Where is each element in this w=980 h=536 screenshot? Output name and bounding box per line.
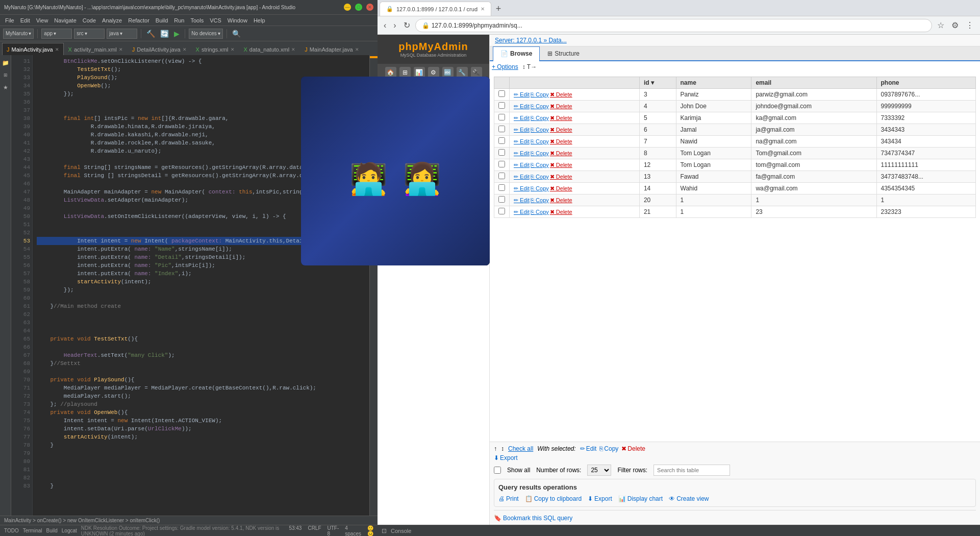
copy-selected-btn[interactable]: ⎘ Copy [599, 445, 618, 452]
delete-link[interactable]: ✖ Delete [550, 103, 572, 110]
run-btn[interactable]: ▶ [172, 29, 181, 39]
delete-link[interactable]: ✖ Delete [550, 162, 572, 168]
make-project-btn[interactable]: 🔨 [145, 29, 157, 39]
delete-link[interactable]: ✖ Delete [550, 91, 572, 98]
menu-navigate[interactable]: Navigate [51, 15, 79, 26]
extensions-icon[interactable]: ⚙ [949, 19, 961, 31]
menu-edit[interactable]: Edit [17, 15, 33, 26]
refresh-btn[interactable]: ↻ [401, 19, 412, 31]
menu-window[interactable]: Window [224, 15, 250, 26]
edit-link[interactable]: ✏ Edit [514, 150, 530, 157]
print-btn[interactable]: 🖨 Print [498, 495, 519, 502]
delete-link[interactable]: ✖ Delete [550, 127, 572, 133]
maximize-btn[interactable]: □ [355, 4, 362, 11]
col-id[interactable]: id ▾ [639, 77, 676, 89]
copy-link[interactable]: ⎘ Copy [531, 115, 549, 121]
menu-tools[interactable]: Tools [187, 15, 207, 26]
row-checkbox[interactable] [498, 149, 505, 156]
copy-link[interactable]: ⎘ Copy [531, 150, 549, 156]
col-phone[interactable]: phone [876, 77, 975, 89]
encoding[interactable]: UTF-8 [328, 525, 339, 537]
row-checkbox[interactable] [498, 173, 505, 179]
show-all-checkbox[interactable] [494, 467, 501, 474]
options-link[interactable]: + Options [492, 63, 518, 70]
edit-link[interactable]: ✏ Edit [514, 162, 530, 168]
edit-link[interactable]: ✏ Edit [514, 174, 530, 180]
create-view-btn[interactable]: 👁 Create view [669, 495, 709, 502]
project-icon[interactable]: 📁 [0, 57, 11, 68]
device-dropdown[interactable]: No devices ▾ [189, 29, 222, 39]
copy-clipboard-btn[interactable]: 📋 Copy to clipboard [525, 495, 582, 502]
delete-link[interactable]: ✖ Delete [550, 209, 572, 215]
browser-tab-active[interactable]: 🔒 127.0.0.1:8999 / 127.0.0.1 / crud ✕ [380, 2, 491, 16]
close-btn[interactable]: ✕ [366, 4, 373, 11]
address-bar[interactable]: 🔒 127.0.0.1:8999/phpmyadmin/sq... [415, 19, 932, 32]
edit-link[interactable]: ✏ Edit [514, 197, 530, 204]
menu-help[interactable]: Help [250, 15, 268, 26]
delete-link[interactable]: ✖ Delete [550, 138, 572, 145]
structure-icon[interactable]: ⊞ [0, 69, 11, 81]
tab-activity-main[interactable]: X activity_main.xml ✕ [64, 43, 128, 55]
copy-link[interactable]: ⎘ Copy [531, 209, 549, 215]
console-btn[interactable]: Console [391, 528, 411, 534]
copy-link[interactable]: ⎘ Copy [531, 91, 549, 98]
terminal-btn[interactable]: Terminal [23, 528, 42, 533]
breadcrumb-server[interactable]: Server: 127.0.0.1 » Data... [495, 37, 567, 44]
menu-code[interactable]: Code [80, 15, 99, 26]
module-dropdown[interactable]: app ▾ [41, 29, 72, 39]
row-checkbox[interactable] [498, 137, 505, 144]
close-tab-5-icon[interactable]: ✕ [291, 47, 295, 52]
delete-link[interactable]: ✖ Delete [550, 185, 572, 192]
edit-link[interactable]: ✏ Edit [514, 91, 530, 98]
delete-link[interactable]: ✖ Delete [550, 174, 572, 180]
tab-data-natuto[interactable]: X data_natuto.xml ✕ [239, 43, 300, 55]
back-btn[interactable]: ‹ [382, 20, 388, 31]
edit-link[interactable]: ✏ Edit [514, 115, 530, 121]
build-btn[interactable]: Build [46, 528, 58, 533]
sync-project-btn[interactable]: 🔄 [159, 29, 170, 39]
logcat-btn[interactable]: Logcat [62, 528, 77, 533]
delete-link[interactable]: ✖ Delete [550, 115, 572, 121]
tab-main-activity[interactable]: J MainActivity.java ✕ [2, 43, 64, 55]
menu-run[interactable]: Run [171, 15, 187, 26]
export-results-btn[interactable]: ⬇ Export [588, 495, 612, 502]
line-ending[interactable]: CRLF [308, 525, 321, 537]
favorites-icon[interactable]: ★ [0, 82, 11, 93]
tab-browse[interactable]: 📄 Browse [493, 46, 540, 61]
copy-link[interactable]: ⎘ Copy [531, 174, 549, 180]
close-tab-2-icon[interactable]: ✕ [119, 47, 123, 52]
row-checkbox[interactable] [498, 161, 505, 167]
edit-link[interactable]: ✏ Edit [514, 103, 530, 110]
filter-input[interactable] [654, 465, 730, 476]
menu-icon[interactable]: ⋮ [964, 19, 976, 31]
edit-selected-btn[interactable]: ✏ Edit [580, 445, 597, 452]
row-checkbox[interactable] [498, 114, 505, 120]
search-btn[interactable]: 🔍 [231, 29, 242, 39]
delete-link[interactable]: ✖ Delete [550, 150, 572, 157]
close-tab-3-icon[interactable]: ✕ [183, 47, 187, 52]
row-checkbox[interactable] [498, 90, 505, 97]
edit-link[interactable]: ✏ Edit [514, 209, 530, 215]
tab-detail-activity[interactable]: J DetailActivity.java ✕ [128, 43, 191, 55]
bookmark-star-icon[interactable]: ☆ [935, 19, 946, 31]
rows-select[interactable]: 25 50 100 [587, 465, 611, 476]
new-tab-btn[interactable]: + [491, 2, 506, 16]
row-checkbox[interactable] [498, 102, 505, 109]
check-all-btn[interactable]: Check all [508, 445, 533, 452]
col-email[interactable]: email [751, 77, 876, 89]
close-tab-6-icon[interactable]: ✕ [355, 47, 359, 52]
forward-btn[interactable]: › [391, 20, 398, 31]
menu-view[interactable]: View [33, 15, 52, 26]
copy-link[interactable]: ⎘ Copy [531, 162, 549, 168]
edit-link[interactable]: ✏ Edit [514, 138, 530, 145]
edit-link[interactable]: ✏ Edit [514, 127, 530, 133]
menu-file[interactable]: File [2, 15, 17, 26]
tab-strings[interactable]: X strings.xml ✕ [191, 43, 239, 55]
delete-link[interactable]: ✖ Delete [550, 197, 572, 204]
row-checkbox[interactable] [498, 184, 505, 191]
bookmark-btn[interactable]: 🔖 Bookmark this SQL query [494, 515, 976, 522]
tab-structure[interactable]: ⊞ Structure [540, 46, 587, 60]
copy-link[interactable]: ⎘ Copy [531, 127, 549, 133]
src-dropdown[interactable]: src ▾ [74, 29, 105, 39]
delete-selected-btn[interactable]: ✖ Delete [621, 445, 645, 452]
